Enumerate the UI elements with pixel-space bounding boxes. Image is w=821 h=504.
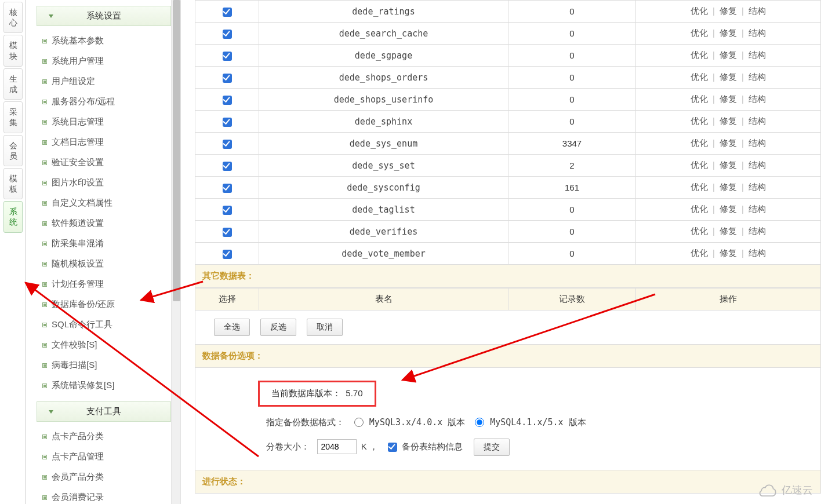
sidebar-item[interactable]: 文件校验[S] [26,335,177,355]
sidebar-item[interactable]: 病毒扫描[S] [26,355,177,375]
sidebar-item[interactable]: 系统基本参数 [26,31,177,51]
optimize-link[interactable]: 优化 [691,94,708,104]
sidebar-item[interactable]: 系统用户管理 [26,51,177,71]
row-checkbox[interactable] [223,74,232,83]
optimize-link[interactable]: 优化 [691,6,708,16]
structure-link[interactable]: 结构 [749,248,766,258]
repair-link[interactable]: 修复 [720,226,737,236]
row-actions-cell: 优化|修复|结构 [636,23,821,45]
tab-generate[interactable]: 生成 [3,68,23,100]
structure-link[interactable]: 结构 [749,204,766,214]
sidebar-item[interactable]: 软件频道设置 [26,213,177,233]
tab-template[interactable]: 模板 [3,168,23,199]
tab-core[interactable]: 核心 [3,2,23,33]
repair-link[interactable]: 修复 [720,28,737,38]
structure-link[interactable]: 结构 [749,72,766,82]
volume-unit: K ， [361,441,378,451]
select-all-button[interactable]: 全选 [214,319,250,336]
optimize-link[interactable]: 优化 [691,138,708,148]
repair-link[interactable]: 修复 [720,204,737,214]
sidebar-item[interactable]: 会员产品分类 [26,467,177,487]
table-name-cell: dede_ratings [259,1,508,23]
optimize-link[interactable]: 优化 [691,248,708,258]
row-actions-cell: 优化|修复|结构 [636,177,821,199]
format-radio-mysql4[interactable] [475,418,484,427]
repair-link[interactable]: 修复 [720,116,737,126]
sidebar-item[interactable]: 点卡产品管理 [26,447,177,467]
tab-module[interactable]: 模块 [3,35,23,66]
backup-structure-label: 备份表结构信息 [402,441,463,451]
structure-link[interactable]: 结构 [749,50,766,60]
invert-selection-button[interactable]: 反选 [260,319,296,336]
row-checkbox[interactable] [223,250,232,259]
structure-link[interactable]: 结构 [749,116,766,126]
structure-link[interactable]: 结构 [749,6,766,16]
sidebar-item[interactable]: 计划任务管理 [26,274,177,294]
chevron-down-icon [49,410,53,414]
table-row: dede_verifies0优化|修复|结构 [195,221,821,243]
row-checkbox[interactable] [223,30,232,39]
repair-link[interactable]: 修复 [720,94,737,104]
cancel-selection-button[interactable]: 取消 [307,319,343,336]
sidebar-item[interactable]: 系统日志管理 [26,112,177,132]
sidebar-item[interactable]: 用户组设定 [26,71,177,92]
optimize-link[interactable]: 优化 [691,72,708,82]
row-checkbox[interactable] [223,96,232,105]
optimize-link[interactable]: 优化 [691,182,708,192]
sidebar-item[interactable]: 自定义文档属性 [26,193,177,213]
scrollbar-thumb[interactable] [173,0,180,301]
table-row: dede_sys_enum3347优化|修复|结构 [195,133,821,155]
row-checkbox[interactable] [223,228,232,237]
row-checkbox[interactable] [223,140,232,149]
backup-structure-checkbox[interactable] [388,443,397,452]
sidebar-item[interactable]: 服务器分布/远程 [26,92,177,112]
row-checkbox[interactable] [223,8,232,17]
structure-link[interactable]: 结构 [749,94,766,104]
repair-link[interactable]: 修复 [720,182,737,192]
row-checkbox[interactable] [223,52,232,61]
optimize-link[interactable]: 优化 [691,226,708,236]
structure-link[interactable]: 结构 [749,138,766,148]
sidebar-item[interactable]: 系统错误修复[S] [26,375,177,396]
optimize-link[interactable]: 优化 [691,50,708,60]
repair-link[interactable]: 修复 [720,138,737,148]
accordion-payment-tools[interactable]: 支付工具 [37,401,171,422]
optimize-link[interactable]: 优化 [691,204,708,214]
sidebar-scrollbar[interactable] [171,0,181,504]
sidebar-item[interactable]: 点卡产品分类 [26,426,177,447]
sidebar-item[interactable]: 数据库备份/还原 [26,294,177,315]
repair-link[interactable]: 修复 [720,248,737,258]
accordion-system-settings[interactable]: 系统设置 [37,6,171,26]
format-radio-mysql3[interactable] [354,418,364,427]
tab-system[interactable]: 系统 [3,201,23,232]
row-checkbox[interactable] [223,184,232,193]
sidebar-item[interactable]: SQL命令行工具 [26,315,177,335]
optimize-link[interactable]: 优化 [691,28,708,38]
volume-input[interactable] [317,439,357,454]
repair-link[interactable]: 修复 [720,50,737,60]
sidebar-item[interactable]: 随机模板设置 [26,254,177,274]
repair-link[interactable]: 修复 [720,72,737,82]
submit-button[interactable]: 提交 [474,439,510,456]
tab-member[interactable]: 会员 [3,135,23,166]
structure-link[interactable]: 结构 [749,182,766,192]
repair-link[interactable]: 修复 [720,6,737,16]
structure-link[interactable]: 结构 [749,160,766,170]
structure-link[interactable]: 结构 [749,226,766,236]
sidebar-item[interactable]: 会员消费记录 [26,487,177,504]
sidebar-item[interactable]: 图片水印设置 [26,173,177,193]
optimize-link[interactable]: 优化 [691,160,708,170]
repair-link[interactable]: 修复 [720,160,737,170]
row-checkbox[interactable] [223,118,232,127]
row-checkbox[interactable] [223,206,232,215]
format-opt2-label: MySQL4.1.x/5.x 版本 [490,417,586,428]
sidebar-item[interactable]: 验证安全设置 [26,152,177,173]
table-row: dede_sys_set2优化|修复|结构 [195,155,821,177]
tab-collect[interactable]: 采集 [3,101,23,133]
db-version-value: 5.70 [346,388,362,398]
row-checkbox[interactable] [223,162,232,171]
sidebar-item[interactable]: 文档日志管理 [26,132,177,152]
sidebar-item[interactable]: 防采集串混淆 [26,233,177,254]
structure-link[interactable]: 结构 [749,28,766,38]
optimize-link[interactable]: 优化 [691,116,708,126]
